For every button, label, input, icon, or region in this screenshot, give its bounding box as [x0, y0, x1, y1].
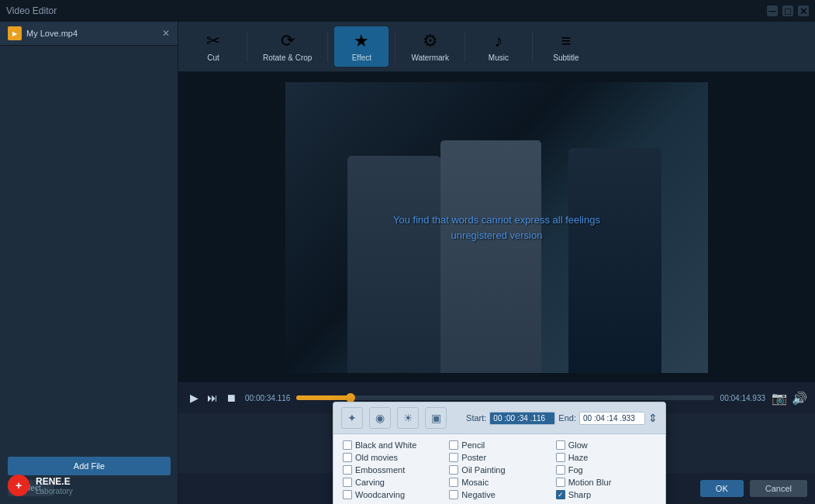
toolbar-divider-2 [327, 31, 328, 62]
app-title: Video Editor [6, 5, 57, 16]
carving-label[interactable]: Carving [355, 478, 385, 487]
video-frame: You find that words cannot express all f… [285, 82, 708, 373]
poster-checkbox[interactable] [449, 453, 458, 462]
sidebar-file-item[interactable]: ▶ My Love.mp4 ✕ [0, 22, 178, 46]
end-time-display: 00:04:14.933 [720, 394, 765, 402]
progress-fill [296, 395, 351, 400]
cancel-button[interactable]: Cancel [750, 480, 807, 497]
old-movies-label[interactable]: Old movies [355, 453, 398, 462]
rotate-icon: ⟳ [281, 31, 295, 51]
watermark-label: Watermark [411, 54, 449, 62]
color-tool-button[interactable]: ◉ [369, 407, 391, 429]
toolbar-divider-1 [247, 31, 247, 62]
effect-row-fog: Fog [556, 465, 656, 475]
file-icon: ▶ [8, 26, 22, 40]
effect-row-glow: Glow [556, 440, 656, 450]
toolbar-item-watermark[interactable]: ⚙ Watermark [402, 26, 458, 67]
pencil-checkbox[interactable] [449, 440, 458, 450]
sidebar: ▶ My Love.mp4 ✕ Add File Effect + RENE.E… [0, 22, 178, 504]
effect-row-motion-blur: Motion Blur [556, 478, 656, 487]
old-movies-checkbox[interactable] [343, 453, 352, 462]
haze-label[interactable]: Haze [568, 453, 589, 462]
sharp-checkbox[interactable] [556, 490, 565, 499]
woodcarving-label[interactable]: Woodcarving [355, 490, 405, 499]
start-label: Start: [466, 413, 486, 423]
maximize-button[interactable]: □ [782, 5, 793, 16]
effect-row-negative: Negative [449, 490, 549, 499]
music-icon: ♪ [494, 31, 502, 51]
toolbar-item-cut[interactable]: ✂ Cut [186, 26, 240, 67]
toolbar-item-effect[interactable]: ★ Effect [334, 26, 389, 67]
logo-name: RENE.E [36, 476, 73, 487]
toolbar-divider-5 [532, 31, 533, 62]
negative-label[interactable]: Negative [461, 490, 495, 499]
embossment-checkbox[interactable] [343, 465, 352, 475]
video-subtitle: You find that words cannot express all f… [393, 212, 600, 243]
sun-tool-button[interactable]: ☀ [397, 407, 419, 429]
effect-row-haze: Haze [556, 453, 656, 462]
glow-checkbox[interactable] [556, 440, 565, 450]
subtitle-line2: unregistered version [393, 227, 600, 243]
frame-tool-button[interactable]: ▣ [425, 407, 447, 429]
toolbar-divider-3 [395, 31, 395, 62]
toolbar-item-music[interactable]: ♪ Music [471, 26, 526, 67]
effects-toolbar: ✦ ◉ ☀ ▣ Start: End: ⇕ [333, 402, 665, 434]
glow-label[interactable]: Glow [568, 440, 588, 450]
carving-checkbox[interactable] [343, 478, 352, 487]
oil-painting-label[interactable]: Oil Painting [461, 465, 505, 475]
close-button[interactable]: ✕ [798, 5, 809, 16]
negative-checkbox[interactable] [449, 490, 458, 499]
magic-tool-button[interactable]: ✦ [341, 407, 363, 429]
play-button[interactable]: ▶ [186, 390, 202, 406]
subtitle-label: Subtitle [553, 54, 578, 62]
motion-blur-checkbox[interactable] [556, 478, 565, 487]
stop-button[interactable]: ⏹ [223, 390, 239, 406]
progress-bar[interactable] [296, 395, 713, 400]
fog-checkbox[interactable] [556, 465, 565, 475]
logo-text: RENE.E Laboratory [36, 476, 73, 495]
mosaic-label[interactable]: Mosaic [461, 478, 489, 487]
cut-icon: ✂ [206, 31, 220, 51]
sharp-label[interactable]: Sharp [568, 490, 591, 499]
toolbar-item-subtitle[interactable]: ≡ Subtitle [539, 26, 593, 67]
minimize-button[interactable]: ─ [767, 5, 778, 16]
volume-icon[interactable]: 🔊 [792, 391, 807, 406]
logo-icon: + [8, 475, 29, 496]
black-white-checkbox[interactable] [343, 440, 352, 450]
end-time-input[interactable] [579, 412, 645, 425]
embossment-label[interactable]: Embossment [355, 465, 405, 475]
effect-label: Effect [352, 54, 371, 62]
time-spinner[interactable]: ⇕ [648, 412, 658, 424]
logo-sub: Laboratory [36, 487, 73, 495]
motion-blur-label[interactable]: Motion Blur [568, 478, 612, 487]
logo-area: + RENE.E Laboratory [8, 475, 73, 496]
effect-row-pencil: Pencil [449, 440, 549, 450]
mosaic-checkbox[interactable] [449, 478, 458, 487]
fog-label[interactable]: Fog [568, 465, 583, 475]
title-controls: ─ □ ✕ [767, 5, 809, 16]
haze-checkbox[interactable] [556, 453, 565, 462]
effects-panel: ✦ ◉ ☀ ▣ Start: End: ⇕ Black and White Pe… [333, 402, 666, 504]
oil-painting-checkbox[interactable] [449, 465, 458, 475]
poster-label[interactable]: Poster [461, 453, 486, 462]
watermark-icon: ⚙ [423, 31, 438, 51]
current-time-display: 00:00:34.116 [245, 394, 290, 402]
music-label: Music [489, 54, 509, 62]
toolbar-divider-4 [464, 31, 465, 62]
figure-center [440, 140, 541, 373]
effect-row-embossment: Embossment [343, 465, 443, 475]
woodcarving-checkbox[interactable] [343, 490, 352, 499]
title-bar: Video Editor ─ □ ✕ [0, 0, 815, 22]
black-white-label[interactable]: Black and White [355, 440, 416, 450]
start-time-input[interactable] [489, 412, 555, 425]
file-close-icon[interactable]: ✕ [162, 28, 170, 39]
effect-row-old-movies: Old movies [343, 453, 443, 462]
toolbar-item-rotate-crop[interactable]: ⟳ Rotate & Crop [254, 26, 321, 67]
camera-icon[interactable]: 📷 [772, 391, 787, 406]
effect-row-carving: Carving [343, 478, 443, 487]
pencil-label[interactable]: Pencil [461, 440, 485, 450]
ok-button[interactable]: OK [700, 480, 744, 497]
add-file-button[interactable]: Add File [8, 457, 171, 475]
effect-row-oil-painting: Oil Painting [449, 465, 549, 475]
play-next-button[interactable]: ⏭ [205, 390, 220, 406]
